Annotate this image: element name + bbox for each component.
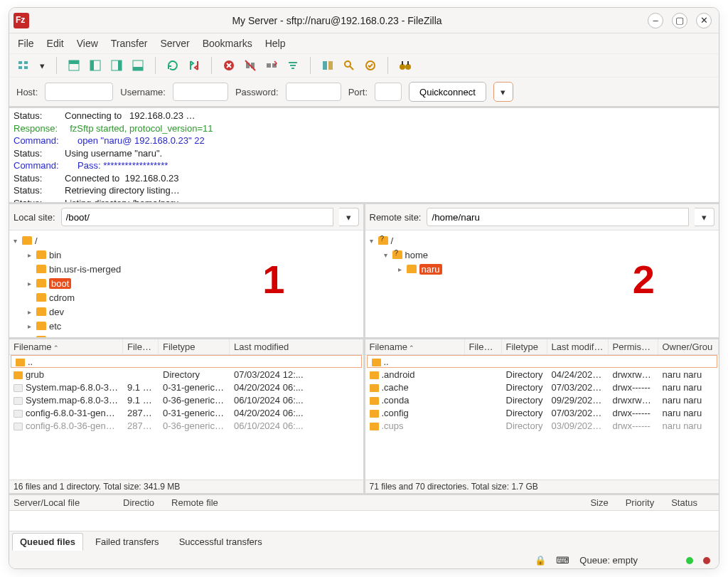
- local-path-input[interactable]: [61, 208, 333, 226]
- col-filesize[interactable]: Filesize: [465, 339, 502, 354]
- tree-item[interactable]: ▸naru: [370, 262, 715, 276]
- col-filetype[interactable]: Filetype: [502, 339, 547, 354]
- menu-transfer[interactable]: Transfer: [111, 38, 148, 49]
- menu-view[interactable]: View: [77, 38, 98, 49]
- file-row[interactable]: config-6.8.0-36-gen…287.5 KB0-36-generic…: [9, 419, 363, 432]
- folder-icon: [36, 322, 46, 330]
- col-filename[interactable]: Filename: [9, 339, 123, 354]
- menu-edit[interactable]: Edit: [47, 38, 64, 49]
- keyboard-icon[interactable]: ⌨: [556, 555, 569, 566]
- toggle-log-icon[interactable]: [65, 57, 82, 74]
- folder-icon: [36, 250, 46, 259]
- cancel-icon[interactable]: [220, 57, 237, 74]
- site-manager-icon[interactable]: [15, 57, 32, 74]
- search-icon[interactable]: [341, 57, 358, 74]
- file-row[interactable]: grubDirectory07/03/2024 12:...: [9, 368, 363, 381]
- svg-rect-20: [323, 61, 327, 70]
- port-input[interactable]: [375, 83, 402, 101]
- tree-item[interactable]: ▾/: [370, 233, 715, 248]
- remote-tree[interactable]: 2 ▾/▾home▸naru: [365, 231, 719, 337]
- quickconnect-button[interactable]: Quickconnect: [409, 82, 486, 102]
- toggle-queue-icon[interactable]: [129, 57, 146, 74]
- tree-item[interactable]: ▸home: [14, 333, 359, 337]
- activity-indicator-green: [686, 557, 693, 564]
- file-row[interactable]: .androidDirectory04/24/2024 ...drwxrwx…n…: [365, 368, 719, 381]
- file-icon: [14, 397, 23, 405]
- col-modified[interactable]: Last modified: [230, 339, 363, 354]
- file-row[interactable]: config-6.8.0-31-gen…287.5 KB0-31-generic…: [9, 406, 363, 419]
- file-row[interactable]: .condaDirectory09/29/2022 ...drwxrwx…nar…: [365, 393, 719, 406]
- col-owner[interactable]: Owner/Grou: [658, 339, 719, 354]
- message-log[interactable]: Status:Connecting to 192.168.0.23 …Respo…: [9, 106, 719, 204]
- process-queue-icon[interactable]: [186, 57, 203, 74]
- tab-queued[interactable]: Queued files: [12, 533, 83, 551]
- local-filelist: Filename Filesize Filetype Last modified…: [9, 337, 363, 493]
- username-input[interactable]: [173, 83, 228, 101]
- file-row[interactable]: ..: [11, 355, 362, 368]
- tree-item[interactable]: ▸dev: [14, 305, 359, 319]
- q-col-server[interactable]: Server/Local file: [14, 497, 106, 508]
- col-filename[interactable]: Filename: [365, 339, 465, 354]
- q-col-priority[interactable]: Priority: [626, 497, 654, 508]
- reconnect-icon[interactable]: [263, 57, 280, 74]
- local-tree[interactable]: 1 ▾/▸bin bin.usr-is-merged▸boot cdrom▸de…: [9, 231, 363, 337]
- col-permissions[interactable]: Permission:: [609, 339, 658, 354]
- remote-filelist-body[interactable]: ...androidDirectory04/24/2024 ...drwxrwx…: [365, 355, 719, 480]
- svg-rect-2: [24, 61, 28, 64]
- binoculars-icon[interactable]: [397, 57, 414, 74]
- file-row[interactable]: ..: [367, 355, 718, 368]
- svg-rect-27: [407, 61, 409, 65]
- tree-item[interactable]: ▾/: [14, 233, 359, 248]
- toggle-local-tree-icon[interactable]: [87, 57, 104, 74]
- compare-icon[interactable]: [319, 57, 336, 74]
- tree-item[interactable]: ▾home: [370, 248, 715, 262]
- maximize-button[interactable]: ▢: [672, 13, 687, 28]
- q-col-size[interactable]: Size: [590, 497, 608, 508]
- tree-item[interactable]: ▸etc: [14, 319, 359, 333]
- col-filesize[interactable]: Filesize: [123, 339, 159, 354]
- local-path-dropdown[interactable]: ▾: [339, 208, 359, 226]
- lock-icon[interactable]: 🔒: [535, 555, 546, 566]
- q-col-status[interactable]: Status: [671, 497, 697, 508]
- q-col-remote[interactable]: Remote file: [171, 497, 218, 508]
- refresh-icon[interactable]: [164, 57, 181, 74]
- site-manager-dropdown-icon[interactable]: ▾: [36, 60, 48, 71]
- close-button[interactable]: ✕: [696, 13, 712, 28]
- tree-label: naru: [419, 264, 442, 275]
- tab-failed[interactable]: Failed transfers: [87, 533, 167, 551]
- folder-icon: [36, 336, 46, 337]
- disconnect-icon[interactable]: [242, 57, 259, 74]
- tree-item[interactable]: ▸boot: [14, 276, 359, 290]
- sync-browse-icon[interactable]: [362, 57, 379, 74]
- remote-path-input[interactable]: [427, 208, 689, 226]
- log-line: Command: open "naru@ 192.168.0.23" 22: [14, 134, 714, 147]
- quickconnect-history-dropdown[interactable]: ▾: [493, 82, 513, 102]
- menu-help[interactable]: Help: [265, 38, 286, 49]
- password-input[interactable]: [286, 83, 341, 101]
- file-row[interactable]: .cacheDirectory07/03/2024 ...drwx------n…: [365, 381, 719, 393]
- tree-item[interactable]: bin.usr-is-merged: [14, 262, 359, 276]
- file-row[interactable]: System.map-6.8.0-3…9.1 MB0-36-generic-fi…: [9, 393, 363, 406]
- filter-icon[interactable]: [284, 57, 301, 74]
- file-row[interactable]: .configDirectory07/03/2024 ...drwx------…: [365, 406, 719, 419]
- col-modified[interactable]: Last modified: [547, 339, 609, 354]
- tree-item[interactable]: ▸bin: [14, 248, 359, 262]
- minimize-button[interactable]: –: [648, 13, 663, 28]
- tree-item[interactable]: cdrom: [14, 290, 359, 305]
- menu-server[interactable]: Server: [160, 38, 189, 49]
- local-site-row: Local site: ▾: [9, 204, 363, 231]
- toggle-remote-tree-icon[interactable]: [108, 57, 125, 74]
- queue-body[interactable]: [9, 511, 719, 531]
- folder-icon: [22, 236, 32, 245]
- local-filelist-body[interactable]: ..grubDirectory07/03/2024 12:...System.m…: [9, 355, 363, 480]
- file-row[interactable]: System.map-6.8.0-3…9.1 MB0-31-generic-fi…: [9, 381, 363, 393]
- remote-path-dropdown[interactable]: ▾: [695, 208, 714, 226]
- host-input[interactable]: [45, 83, 113, 101]
- menu-file[interactable]: File: [18, 38, 34, 49]
- q-col-direction[interactable]: Directio: [123, 497, 154, 508]
- col-filetype[interactable]: Filetype: [159, 339, 230, 354]
- tab-successful[interactable]: Successful transfers: [171, 533, 270, 551]
- log-line: Status:Retrieving directory listing…: [14, 184, 714, 197]
- menu-bookmarks[interactable]: Bookmarks: [203, 38, 252, 49]
- file-row[interactable]: .cupsDirectory03/09/2023 ...drwx------na…: [365, 419, 719, 432]
